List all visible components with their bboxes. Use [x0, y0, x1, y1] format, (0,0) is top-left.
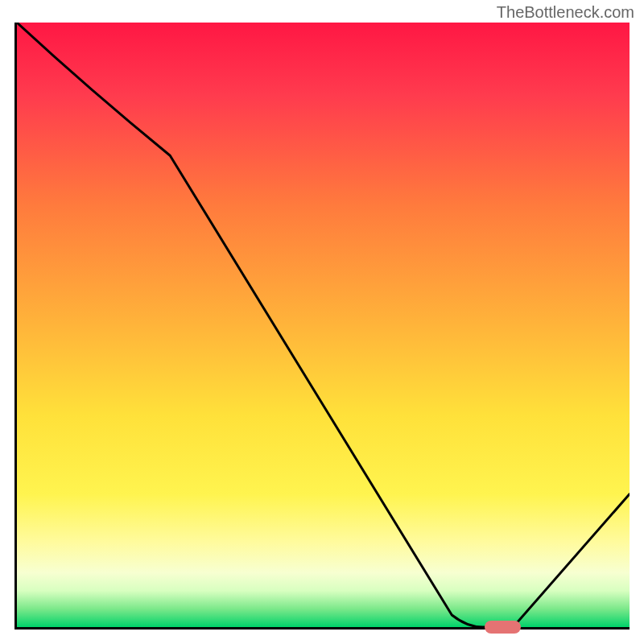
chart-plot-area: [14, 23, 630, 630]
watermark-text: TheBottleneck.com: [497, 3, 634, 22]
bottleneck-curve: [17, 23, 630, 627]
optimal-marker: [485, 621, 522, 634]
